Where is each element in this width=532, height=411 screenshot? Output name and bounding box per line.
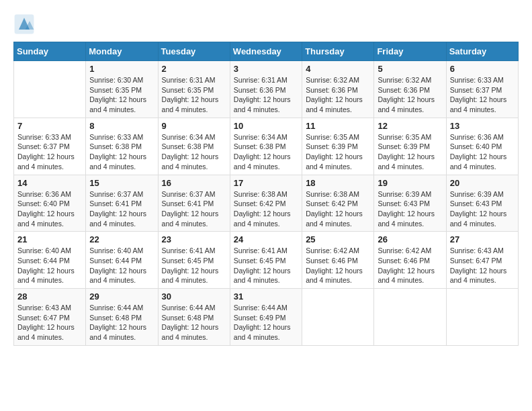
page-header [13, 13, 519, 35]
calendar-cell: 30 Sunrise: 6:44 AM Sunset: 6:48 PM Dayl… [158, 289, 230, 346]
day-daylight: Daylight: 12 hours and 4 minutes. [17, 323, 75, 341]
day-sunset: Sunset: 6:38 PM [89, 142, 142, 150]
day-sunrise: Sunrise: 6:42 AM [378, 246, 431, 255]
day-number: 7 [17, 121, 82, 131]
calendar-cell [374, 289, 446, 346]
calendar-cell: 3 Sunrise: 6:31 AM Sunset: 6:36 PM Dayli… [230, 61, 302, 118]
day-daylight: Daylight: 12 hours and 4 minutes. [234, 95, 291, 113]
day-sunrise: Sunrise: 6:44 AM [234, 304, 287, 312]
day-sunrise: Sunrise: 6:35 AM [378, 133, 431, 141]
calendar-cell: 2 Sunrise: 6:31 AM Sunset: 6:35 PM Dayli… [158, 61, 230, 118]
day-sunrise: Sunrise: 6:37 AM [89, 190, 143, 198]
day-sunset: Sunset: 6:36 PM [306, 86, 358, 94]
header-friday: Friday [374, 42, 446, 61]
day-sunset: Sunset: 6:37 PM [450, 86, 502, 94]
day-daylight: Daylight: 12 hours and 4 minutes. [162, 267, 219, 285]
day-sunset: Sunset: 6:39 PM [378, 142, 430, 150]
day-daylight: Daylight: 12 hours and 4 minutes. [378, 152, 435, 171]
day-number: 28 [17, 291, 82, 302]
calendar-cell: 18 Sunrise: 6:38 AM Sunset: 6:42 PM Dayl… [302, 175, 374, 232]
day-number: 8 [89, 121, 154, 131]
day-daylight: Daylight: 12 hours and 4 minutes. [378, 267, 435, 285]
day-sunset: Sunset: 6:49 PM [234, 314, 286, 322]
day-sunrise: Sunrise: 6:30 AM [89, 76, 143, 84]
logo [13, 13, 38, 35]
day-daylight: Daylight: 12 hours and 4 minutes. [234, 323, 291, 341]
day-sunrise: Sunrise: 6:32 AM [306, 76, 359, 84]
calendar-cell: 31 Sunrise: 6:44 AM Sunset: 6:49 PM Dayl… [230, 289, 302, 346]
header-sunday: Sunday [14, 42, 86, 61]
day-sunrise: Sunrise: 6:44 AM [162, 304, 216, 312]
day-number: 1 [89, 64, 154, 74]
day-sunrise: Sunrise: 6:43 AM [450, 246, 504, 255]
day-sunset: Sunset: 6:47 PM [17, 314, 70, 322]
day-sunrise: Sunrise: 6:31 AM [162, 76, 216, 84]
day-daylight: Daylight: 12 hours and 4 minutes. [17, 152, 75, 171]
day-sunset: Sunset: 6:47 PM [450, 257, 502, 265]
day-sunset: Sunset: 6:41 PM [89, 199, 142, 208]
day-number: 13 [450, 121, 515, 131]
day-sunrise: Sunrise: 6:37 AM [162, 190, 216, 198]
calendar-cell: 15 Sunrise: 6:37 AM Sunset: 6:41 PM Dayl… [86, 175, 158, 232]
day-sunset: Sunset: 6:46 PM [306, 257, 358, 265]
day-sunset: Sunset: 6:36 PM [378, 86, 430, 94]
day-daylight: Daylight: 12 hours and 4 minutes. [450, 267, 507, 285]
day-daylight: Daylight: 12 hours and 4 minutes. [89, 210, 146, 228]
day-number: 5 [378, 64, 442, 74]
calendar-cell: 4 Sunrise: 6:32 AM Sunset: 6:36 PM Dayli… [302, 61, 374, 118]
day-daylight: Daylight: 12 hours and 4 minutes. [306, 210, 363, 228]
day-daylight: Daylight: 12 hours and 4 minutes. [162, 152, 219, 171]
day-daylight: Daylight: 12 hours and 4 minutes. [89, 95, 146, 113]
day-sunrise: Sunrise: 6:33 AM [17, 133, 71, 141]
calendar-cell [446, 289, 518, 346]
day-sunset: Sunset: 6:42 PM [306, 199, 358, 208]
day-sunrise: Sunrise: 6:38 AM [306, 190, 359, 198]
day-daylight: Daylight: 12 hours and 4 minutes. [89, 152, 146, 171]
day-daylight: Daylight: 12 hours and 4 minutes. [234, 267, 291, 285]
day-sunrise: Sunrise: 6:34 AM [234, 133, 287, 141]
day-sunrise: Sunrise: 6:38 AM [234, 190, 287, 198]
day-sunset: Sunset: 6:40 PM [450, 142, 502, 150]
day-sunrise: Sunrise: 6:43 AM [17, 304, 71, 312]
day-daylight: Daylight: 12 hours and 4 minutes. [378, 95, 435, 113]
day-sunset: Sunset: 6:36 PM [234, 86, 286, 94]
calendar-week-row: 28 Sunrise: 6:43 AM Sunset: 6:47 PM Dayl… [14, 289, 519, 346]
header-monday: Monday [86, 42, 158, 61]
calendar-cell: 25 Sunrise: 6:42 AM Sunset: 6:46 PM Dayl… [302, 232, 374, 289]
day-sunrise: Sunrise: 6:31 AM [234, 76, 287, 84]
logo-icon [13, 13, 35, 35]
day-daylight: Daylight: 12 hours and 4 minutes. [17, 267, 75, 285]
calendar-cell: 12 Sunrise: 6:35 AM Sunset: 6:39 PM Dayl… [374, 118, 446, 175]
day-sunset: Sunset: 6:37 PM [17, 142, 70, 150]
day-sunrise: Sunrise: 6:39 AM [378, 190, 431, 198]
day-number: 10 [234, 121, 298, 131]
day-sunrise: Sunrise: 6:36 AM [450, 133, 504, 141]
day-number: 15 [89, 178, 154, 188]
day-daylight: Daylight: 12 hours and 4 minutes. [450, 210, 507, 228]
day-number: 16 [162, 178, 226, 188]
calendar-header-row: SundayMondayTuesdayWednesdayThursdayFrid… [14, 42, 519, 61]
calendar-cell: 23 Sunrise: 6:41 AM Sunset: 6:45 PM Dayl… [158, 232, 230, 289]
day-number: 6 [450, 64, 515, 74]
calendar-cell: 8 Sunrise: 6:33 AM Sunset: 6:38 PM Dayli… [86, 118, 158, 175]
day-sunrise: Sunrise: 6:42 AM [306, 246, 359, 255]
day-number: 25 [306, 234, 370, 244]
day-number: 24 [234, 234, 298, 244]
calendar-cell: 16 Sunrise: 6:37 AM Sunset: 6:41 PM Dayl… [158, 175, 230, 232]
calendar-cell [14, 61, 86, 118]
day-number: 4 [306, 64, 370, 74]
calendar-cell: 14 Sunrise: 6:36 AM Sunset: 6:40 PM Dayl… [14, 175, 86, 232]
day-number: 21 [17, 234, 82, 244]
day-sunrise: Sunrise: 6:36 AM [17, 190, 71, 198]
calendar-cell: 10 Sunrise: 6:34 AM Sunset: 6:38 PM Dayl… [230, 118, 302, 175]
calendar-cell: 6 Sunrise: 6:33 AM Sunset: 6:37 PM Dayli… [446, 61, 518, 118]
day-number: 20 [450, 178, 515, 188]
day-daylight: Daylight: 12 hours and 4 minutes. [17, 210, 75, 228]
day-sunset: Sunset: 6:48 PM [162, 314, 214, 322]
day-daylight: Daylight: 12 hours and 4 minutes. [162, 210, 219, 228]
day-number: 17 [234, 178, 298, 188]
calendar-cell: 19 Sunrise: 6:39 AM Sunset: 6:43 PM Dayl… [374, 175, 446, 232]
calendar-cell: 17 Sunrise: 6:38 AM Sunset: 6:42 PM Dayl… [230, 175, 302, 232]
calendar-cell: 13 Sunrise: 6:36 AM Sunset: 6:40 PM Dayl… [446, 118, 518, 175]
day-daylight: Daylight: 12 hours and 4 minutes. [378, 210, 435, 228]
